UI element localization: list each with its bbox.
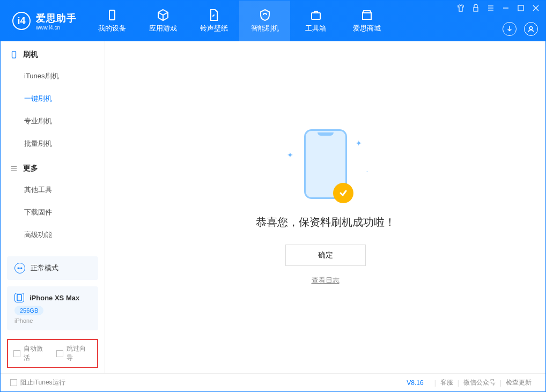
user-icon — [527, 25, 535, 33]
download-icon — [506, 25, 513, 33]
nav-apps-games[interactable]: 应用游戏 — [137, 1, 188, 41]
menu-icon[interactable] — [486, 4, 495, 12]
checkbox-block-itunes[interactable]: 阻止iTunes运行 — [10, 378, 65, 387]
close-icon[interactable] — [532, 4, 540, 12]
sidebar-item-pro-flash[interactable]: 专业刷机 — [1, 110, 105, 132]
shield-refresh-icon — [259, 9, 271, 21]
header-right-actions — [503, 22, 538, 36]
checkbox-auto-activate[interactable]: 自动激活 — [13, 344, 49, 363]
download-button[interactable] — [503, 22, 517, 36]
mode-card[interactable]: 正常模式 — [7, 256, 98, 280]
nav-toolbox[interactable]: 工具箱 — [290, 1, 341, 41]
store-icon — [360, 9, 373, 21]
list-icon — [10, 165, 18, 172]
minimize-icon[interactable] — [501, 4, 510, 12]
nav-ringtones-wallpapers[interactable]: 铃声壁纸 — [188, 1, 239, 41]
sidebar-item-itunes-flash[interactable]: iTunes刷机 — [1, 65, 105, 87]
top-nav: 我的设备 应用游戏 铃声壁纸 智能刷机 工具箱 爱思商城 — [86, 1, 392, 41]
checkbox-icon — [13, 350, 20, 357]
nav-my-device[interactable]: 我的设备 — [86, 1, 137, 41]
body: 刷机 iTunes刷机 一键刷机 专业刷机 批量刷机 更多 其他工具 下载固件 … — [1, 41, 545, 373]
logo-icon: i4 — [12, 12, 31, 30]
shirt-icon[interactable] — [456, 4, 465, 12]
svg-rect-19 — [17, 294, 21, 301]
footer: 阻止iTunes运行 V8.16 | 客服 | 微信公众号 | 检查更新 — [1, 373, 545, 391]
sidebar-section-flash: 刷机 — [1, 41, 105, 65]
svg-rect-2 — [474, 8, 478, 11]
sidebar-section-more: 更多 — [1, 155, 105, 179]
success-check-icon — [333, 183, 353, 203]
checkbox-skip-guide[interactable]: 跳过向导 — [56, 344, 92, 363]
svg-rect-7 — [518, 5, 523, 11]
device-storage-badge: 256GB — [14, 306, 43, 315]
options-highlight-box: 自动激活 跳过向导 — [7, 339, 98, 368]
sidebar-item-batch-flash[interactable]: 批量刷机 — [1, 132, 105, 155]
checkbox-icon — [56, 350, 63, 357]
sidebar-item-download-firmware[interactable]: 下载固件 — [1, 201, 105, 224]
main-content: ✦ ✦ · 恭喜您，保资料刷机成功啦！ 确定 查看日志 — [105, 41, 545, 373]
ok-button[interactable]: 确定 — [285, 245, 366, 266]
sidebar-item-one-click-flash[interactable]: 一键刷机 — [1, 87, 105, 110]
sidebar-item-other-tools[interactable]: 其他工具 — [1, 179, 105, 201]
svg-rect-1 — [312, 13, 320, 19]
device-card[interactable]: iPhone XS Max 256GB iPhone — [7, 286, 98, 330]
device-phone-icon — [14, 293, 24, 302]
sparkle-icon: · — [366, 167, 368, 175]
svg-rect-12 — [12, 51, 16, 58]
logo-area: i4 爱思助手 www.i4.cn — [1, 1, 86, 41]
view-log-link[interactable]: 查看日志 — [312, 276, 340, 285]
device-type: iPhone — [14, 317, 91, 324]
device-name: iPhone XS Max — [29, 294, 79, 302]
nav-smart-flash[interactable]: 智能刷机 — [239, 1, 290, 41]
music-file-icon — [208, 9, 220, 21]
maximize-icon[interactable] — [517, 4, 525, 12]
device-icon — [106, 9, 119, 21]
mode-icon — [14, 263, 25, 273]
app-window: i4 爱思助手 www.i4.cn 我的设备 应用游戏 铃声壁纸 智能刷机 — [0, 0, 546, 392]
phone-icon — [10, 51, 18, 58]
lock-icon[interactable] — [471, 4, 480, 12]
header: i4 爱思助手 www.i4.cn 我的设备 应用游戏 铃声壁纸 智能刷机 — [1, 1, 545, 41]
sidebar-item-advanced[interactable]: 高级功能 — [1, 224, 105, 246]
svg-rect-0 — [109, 10, 115, 20]
toolbox-icon — [309, 9, 322, 21]
app-title: 爱思助手 — [36, 12, 77, 25]
sparkle-icon: ✦ — [287, 151, 293, 159]
checkbox-icon — [10, 379, 17, 386]
window-controls — [456, 4, 540, 12]
version-label: V8.16 — [407, 379, 423, 387]
user-button[interactable] — [524, 22, 538, 36]
footer-link-update[interactable]: 检查更新 — [506, 378, 532, 387]
success-illustration: ✦ ✦ · — [304, 129, 347, 199]
sparkle-icon: ✦ — [356, 139, 362, 147]
mode-label: 正常模式 — [31, 263, 58, 273]
svg-point-11 — [529, 27, 532, 29]
sidebar: 刷机 iTunes刷机 一键刷机 专业刷机 批量刷机 更多 其他工具 下载固件 … — [1, 41, 105, 373]
success-message: 恭喜您，保资料刷机成功啦！ — [256, 215, 395, 230]
footer-link-wechat[interactable]: 微信公众号 — [463, 378, 496, 387]
nav-store[interactable]: 爱思商城 — [341, 1, 392, 41]
app-subtitle: www.i4.cn — [36, 25, 77, 31]
cube-icon — [157, 9, 169, 21]
footer-link-support[interactable]: 客服 — [440, 378, 453, 387]
